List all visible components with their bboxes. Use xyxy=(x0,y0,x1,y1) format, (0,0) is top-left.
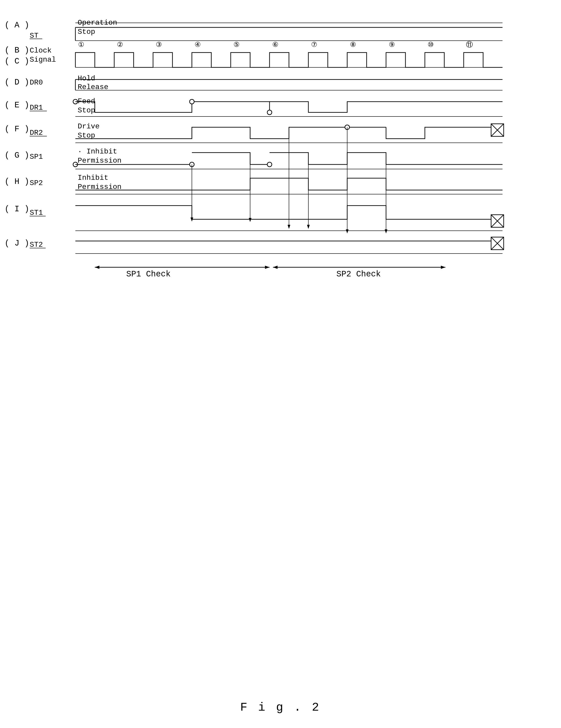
svg-marker-37 xyxy=(307,225,310,229)
svg-marker-50 xyxy=(95,266,99,269)
row-d-label: ( D ) xyxy=(5,78,29,87)
row-g-signal: SP1 xyxy=(30,153,43,161)
timing-diagram: ( A ) ST Operation Stop ( B ) ( C ) Cloc… xyxy=(0,0,525,388)
clock-1: ① xyxy=(78,41,84,49)
fig-label: F i g . 2 xyxy=(240,701,321,714)
svg-point-12 xyxy=(190,99,194,104)
row-i-signal: ST1 xyxy=(30,209,43,217)
svg-marker-35 xyxy=(288,225,290,229)
row-e-label: ( E ) xyxy=(5,101,29,110)
svg-marker-53 xyxy=(273,266,278,269)
row-h-signal: SP2 xyxy=(30,179,43,187)
row-d-signal: DR0 xyxy=(30,78,43,87)
clock-2: ② xyxy=(117,41,123,49)
clock-10: ⑩ xyxy=(428,41,434,49)
sp1-check-label: SP1 Check xyxy=(126,270,171,279)
clock-9: ⑨ xyxy=(389,41,395,49)
row-c-label: ( C ) xyxy=(5,57,29,66)
svg-point-13 xyxy=(267,110,272,115)
row-f-signal: DR2 xyxy=(30,129,43,137)
row-e-state-stop: Stop xyxy=(78,106,95,115)
row-g-label: ( G ) xyxy=(5,151,29,160)
row-h-state-inhibit: Inhibit xyxy=(78,174,108,182)
page: ( A ) ST Operation Stop ( B ) ( C ) Cloc… xyxy=(0,0,561,728)
sp2-check-label: SP2 Check xyxy=(336,270,381,279)
row-f-state-drive: Drive xyxy=(78,122,100,131)
row-j-label: ( J ) xyxy=(5,239,29,248)
row-e-signal: DR1 xyxy=(30,103,43,112)
svg-point-23 xyxy=(267,162,272,167)
row-f-label: ( F ) xyxy=(5,124,29,134)
row-bc-signal2: Signal xyxy=(30,56,56,64)
clock-7: ⑦ xyxy=(311,41,317,49)
svg-marker-33 xyxy=(249,218,251,222)
clock-11: ⑪ xyxy=(466,41,473,49)
row-b-label: ( B ) xyxy=(5,46,29,55)
clock-4: ④ xyxy=(195,41,201,49)
row-h-label: ( H ) xyxy=(5,177,29,186)
svg-marker-41 xyxy=(385,229,387,233)
clock-6: ⑥ xyxy=(272,41,278,49)
svg-marker-54 xyxy=(441,266,445,269)
row-a-label: ( A ) xyxy=(5,21,29,30)
row-bc-signal1: Clock xyxy=(30,46,52,55)
svg-marker-51 xyxy=(265,266,270,269)
svg-marker-39 xyxy=(346,229,349,233)
row-d-state-hold: Hold xyxy=(78,74,95,83)
row-g-state-perm: Permission xyxy=(78,156,122,165)
row-i-label: ( I ) xyxy=(5,204,29,214)
clock-5: ⑤ xyxy=(233,41,240,49)
row-g-state-inhibit: · Inhibit xyxy=(78,147,117,156)
row-j-signal: ST2 xyxy=(30,241,43,249)
clock-8: ⑧ xyxy=(350,41,356,49)
row-a-state-stop: Stop xyxy=(78,28,95,36)
clock-3: ③ xyxy=(156,41,162,49)
